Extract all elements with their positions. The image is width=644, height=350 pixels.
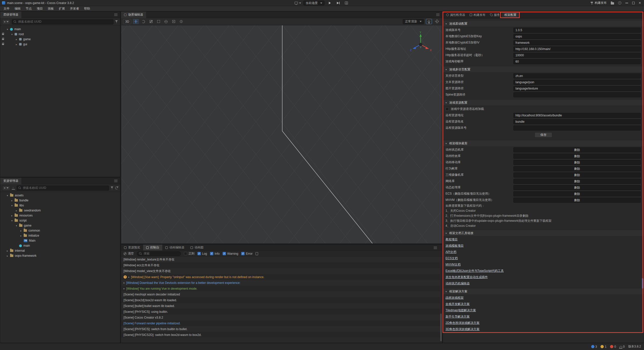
export-log-icon[interactable]: [256, 252, 258, 255]
inspector-input[interactable]: framework: [513, 40, 641, 45]
save-button[interactable]: 保存: [535, 132, 552, 138]
hierarchy-search-input[interactable]: 搜索名称或 UUID: [12, 19, 113, 24]
asset-node[interactable]: initialize: [0, 233, 120, 238]
menu-item[interactable]: 节点: [23, 6, 34, 11]
menu-item[interactable]: 编辑: [12, 6, 23, 11]
inspector-link[interactable]: Excel格式转Json文件与TypeScript代码工具: [446, 269, 504, 273]
expand-arrow-icon[interactable]: [11, 199, 15, 202]
expand-arrow-icon[interactable]: [11, 219, 15, 222]
move-tool-button[interactable]: [133, 19, 139, 24]
inspector-input[interactable]: 60: [513, 59, 641, 64]
console-log-row[interactable]: [Window] You are running Vue in developm…: [121, 286, 440, 291]
assets-search-input[interactable]: 搜索名称或 UUID: [17, 186, 109, 191]
expand-arrow-icon[interactable]: [20, 234, 24, 237]
inspector-input[interactable]: http://192.168.0.150/main/: [513, 47, 641, 52]
scene-menu-icon[interactable]: [436, 14, 439, 16]
expand-arrow-icon[interactable]: [16, 43, 19, 46]
asset-node[interactable]: internal: [0, 248, 120, 253]
asset-node[interactable]: script: [0, 218, 120, 223]
inspector-input[interactable]: bundle: [513, 119, 641, 124]
section-collapse-icon[interactable]: [446, 290, 449, 293]
console-filter-toggle[interactable]: Log: [197, 252, 207, 255]
asset-node[interactable]: TS Main: [0, 238, 120, 243]
inspector-link[interactable]: 教程项目: [446, 237, 458, 242]
asset-node[interactable]: bundle: [0, 198, 120, 203]
module-delete-button[interactable]: 删除: [513, 166, 641, 171]
console-log-row[interactable]: [Window] model_view文件夹不存在: [121, 268, 440, 274]
expand-arrow-icon[interactable]: [7, 194, 10, 197]
hierarchy-node[interactable]: gui: [0, 42, 120, 47]
section-collapse-icon[interactable]: [446, 101, 449, 104]
console-filter-toggle[interactable]: Warning: [223, 252, 238, 255]
filter-icon[interactable]: [115, 20, 118, 23]
checkbox-icon[interactable]: [241, 252, 245, 255]
inspector-tab[interactable]: 构建发布: [467, 12, 488, 18]
warning-count[interactable]: 1: [600, 345, 607, 348]
close-button[interactable]: [639, 1, 641, 5]
console-menu-icon[interactable]: [434, 247, 437, 249]
console-tab[interactable]: 资源预览: [121, 245, 143, 250]
inspector-link[interactable]: 动画状态机编辑器: [446, 281, 470, 286]
menu-item[interactable]: 文件: [1, 6, 12, 11]
console-log-row[interactable]: [Scene] Forward render pipeline initiali…: [121, 320, 440, 326]
console-log-row[interactable]: [Scene] [PHYSICS]: switch from builtin t…: [121, 326, 440, 332]
hierarchy-node[interactable]: root: [0, 32, 120, 37]
console-log-row[interactable]: [Scene] [PHYSICS2D]: switch from box2d-w…: [121, 332, 440, 338]
scale-tool-button[interactable]: [148, 19, 154, 24]
expand-arrow-icon[interactable]: [7, 28, 10, 31]
step-button[interactable]: [335, 1, 341, 6]
inspector-link[interactable]: API文档: [446, 250, 456, 254]
maximize-button[interactable]: [632, 2, 635, 4]
create-asset-button[interactable]: +: [2, 186, 10, 191]
asset-node[interactable]: game: [0, 223, 120, 228]
inspector-link[interactable]: 原生包热更新配置自动生成插件: [446, 275, 488, 279]
menu-item[interactable]: 面板: [45, 6, 56, 11]
remote-load-checkbox[interactable]: [446, 107, 449, 111]
inspector-tab[interactable]: 属性检查器: [444, 12, 467, 18]
asset-node[interactable]: resources: [0, 213, 120, 218]
inspector-input[interactable]: [513, 125, 641, 130]
expand-chevron-icon[interactable]: [124, 287, 125, 290]
inspector-link[interactable]: 游戏模板项目: [446, 244, 464, 248]
inspector-link[interactable]: 新手引导解决方案: [446, 315, 470, 319]
inspector-link[interactable]: 战棋游戏框架: [446, 296, 464, 300]
render-mode-select[interactable]: 正常渲染: [403, 19, 424, 24]
expand-arrow-icon[interactable]: [7, 254, 10, 257]
menu-item[interactable]: 开发者: [67, 6, 82, 11]
lock-icon[interactable]: [2, 33, 4, 35]
console-scrollbar-thumb[interactable]: [440, 314, 442, 341]
inspector-input[interactable]: 1.0.5: [513, 28, 641, 33]
module-delete-button[interactable]: 删除: [513, 154, 641, 159]
clear-console-button[interactable]: 清空: [124, 251, 134, 256]
refresh-icon[interactable]: [115, 187, 118, 189]
build-publish-button[interactable]: 构建发布: [590, 1, 607, 5]
lock-icon[interactable]: [2, 43, 4, 45]
assets-tab[interactable]: 资源管理器: [0, 178, 21, 184]
inspector-tab[interactable]: 框架配置: [502, 12, 519, 18]
inspector-scrollbar-thumb[interactable]: [642, 278, 643, 289]
console-tab[interactable]: 动画编辑器: [162, 245, 187, 250]
expand-arrow-icon[interactable]: [11, 214, 15, 217]
section-collapse-icon[interactable]: [446, 142, 449, 145]
console-log-row[interactable]: [Window] [Vue warn]: Property "onInput" …: [121, 274, 440, 280]
mode-3d-button[interactable]: 3D: [123, 19, 131, 24]
console-filter-toggle[interactable]: Error: [241, 252, 253, 255]
console-log-row[interactable]: [Scene] [bullet]:bullet wasm lib loaded.: [121, 303, 440, 309]
inspector-link[interactable]: 3D角色扮演游戏解决方案: [446, 327, 479, 331]
create-node-button[interactable]: +: [2, 19, 10, 24]
inspector-input[interactable]: language/texture: [513, 86, 641, 91]
expand-chevron-icon[interactable]: [124, 281, 125, 284]
hierarchy-tab[interactable]: 层级管理器: [0, 12, 21, 18]
current-scene-select[interactable]: 当前场景: [303, 1, 325, 5]
console-log-row[interactable]: [Scene] meshopt wasm decoder initialized: [121, 291, 440, 297]
lock-icon[interactable]: [2, 38, 4, 40]
inspector-input[interactable]: 10000: [513, 53, 641, 58]
menu-item[interactable]: 扩展: [56, 6, 67, 11]
asset-node[interactable]: main: [0, 243, 120, 248]
play-button[interactable]: [327, 1, 333, 6]
module-delete-button[interactable]: 删除: [513, 160, 641, 165]
console-filter-toggle[interactable]: Info: [210, 252, 220, 255]
asset-node[interactable]: common: [0, 228, 120, 233]
inspector-link[interactable]: Tiledmap地图解决方案: [446, 308, 476, 313]
inspector-input[interactable]: language/json: [513, 80, 641, 85]
